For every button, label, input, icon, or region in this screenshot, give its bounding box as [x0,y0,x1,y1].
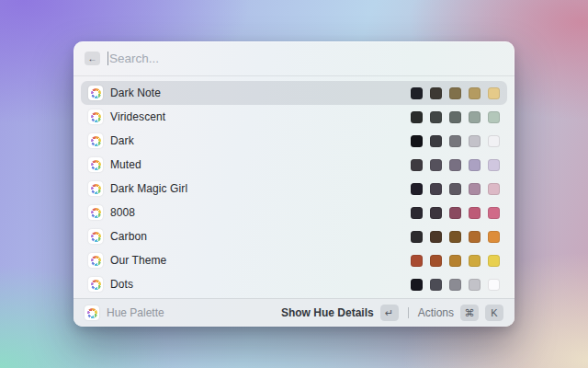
theme-name: Dark Magic Girl [110,182,403,195]
search-input[interactable] [108,52,503,65]
theme-name: Our Theme [110,254,403,267]
hue-palette-ring-icon [91,232,101,242]
hue-palette-ring-icon [91,88,101,98]
color-swatch [449,255,461,267]
color-swatch [449,159,461,171]
color-swatch [430,279,442,291]
actions-button[interactable]: Actions [418,306,454,319]
swatch-group [411,255,500,267]
color-swatch [449,87,461,99]
theme-name: Muted [110,158,403,171]
color-swatch [430,87,442,99]
footer: Hue Palette Show Hue Details ↵ Actions ⌘… [74,298,514,327]
swatch-group [411,231,500,243]
icon-tile [88,253,103,268]
color-swatch [449,279,461,291]
icon-tile [88,205,103,220]
color-swatch [449,111,461,123]
theme-name: Dots [110,278,403,291]
color-swatch [469,87,481,99]
color-swatch [488,111,500,123]
color-swatch [411,207,423,219]
command-palette-window: ← Dark Note Viridescent [74,41,514,327]
icon-tile [88,277,103,292]
list-item[interactable]: Dark [81,129,507,153]
list-item[interactable]: Our Theme [81,248,507,272]
list-item[interactable]: Muted [81,153,507,177]
list-item[interactable]: Dark Note [81,81,507,105]
swatch-group [411,183,500,195]
footer-divider [408,307,409,318]
k-key-icon: K [485,305,503,321]
color-swatch [449,207,461,219]
icon-tile [88,181,103,196]
footer-left: Hue Palette [85,305,274,320]
extension-name: Hue Palette [107,306,164,319]
color-swatch [449,231,461,243]
icon-tile [88,109,103,124]
color-swatch [411,159,423,171]
back-button[interactable]: ← [85,52,100,65]
swatch-group [411,87,500,99]
hue-palette-ring-icon [91,184,101,194]
desktop-background: ← Dark Note Viridescent [0,0,588,368]
color-swatch [469,255,481,267]
color-swatch [488,183,500,195]
list-item[interactable]: Viridescent [81,105,507,129]
footer-right: Show Hue Details ↵ Actions ⌘ K [281,305,503,321]
color-swatch [430,255,442,267]
color-swatch [411,279,423,291]
color-swatch [469,183,481,195]
color-swatch [469,231,481,243]
icon-tile [88,229,103,244]
hue-palette-ring-icon [87,308,97,318]
theme-name: Dark [110,134,403,147]
icon-tile [88,133,103,148]
color-swatch [430,159,442,171]
theme-name: Viridescent [110,110,403,123]
color-swatch [488,279,500,291]
color-swatch [430,183,442,195]
color-swatch [430,135,442,147]
color-swatch [488,135,500,147]
color-swatch [469,111,481,123]
color-swatch [449,135,461,147]
search-bar: ← [74,41,514,76]
hue-palette-ring-icon [91,160,101,170]
color-swatch [430,111,442,123]
back-arrow-icon: ← [88,52,97,65]
color-swatch [411,231,423,243]
list-item[interactable]: Dots [81,272,507,296]
return-key-icon: ↵ [380,305,399,321]
color-swatch [469,159,481,171]
color-swatch [411,135,423,147]
icon-tile [85,305,99,320]
hue-palette-ring-icon [91,136,101,146]
color-swatch [411,87,423,99]
swatch-group [411,279,500,291]
icon-tile [88,157,103,172]
hue-palette-ring-icon [91,112,101,122]
color-swatch [430,231,442,243]
swatch-group [411,159,500,171]
swatch-group [411,111,500,123]
list-item[interactable]: Dark Magic Girl [81,177,507,201]
hue-palette-ring-icon [91,280,101,290]
swatch-group [411,207,500,219]
primary-action-button[interactable]: Show Hue Details [281,306,374,319]
color-swatch [469,135,481,147]
color-swatch [488,231,500,243]
theme-name: 8008 [110,206,403,219]
icon-tile [88,86,103,100]
hue-palette-ring-icon [91,256,101,266]
color-swatch [488,87,500,99]
theme-name: Dark Note [110,86,403,99]
command-key-icon: ⌘ [460,305,479,321]
color-swatch [469,279,481,291]
theme-name: Carbon [110,230,403,243]
color-swatch [488,255,500,267]
list-item[interactable]: Carbon [81,224,507,248]
list-item[interactable]: 8008 [81,201,507,224]
color-swatch [411,111,423,123]
color-swatch [430,207,442,219]
